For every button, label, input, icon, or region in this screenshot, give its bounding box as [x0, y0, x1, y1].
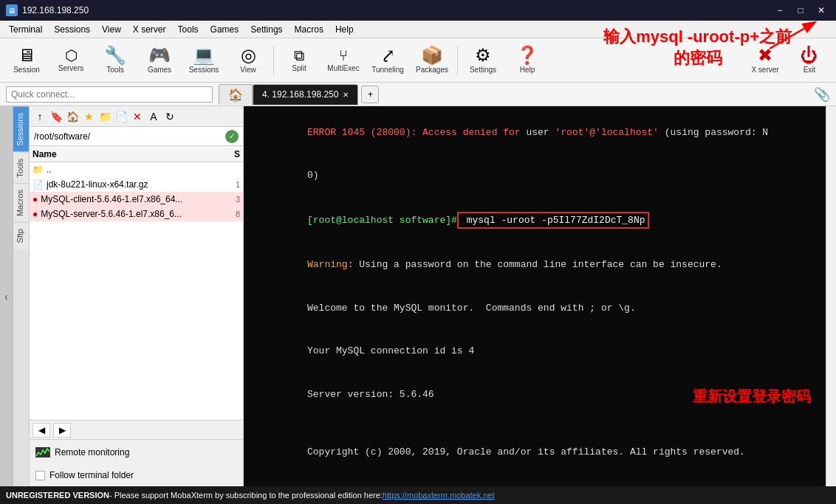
follow-folder-label: Follow terminal folder [49, 470, 134, 480]
term-line-warning: Warning: Using a password on the command… [250, 244, 820, 287]
multiexec-label: MultiExec [327, 64, 359, 72]
toolbar-xserver[interactable]: ✖ X server [744, 41, 786, 80]
folder-icon: 📁 [32, 165, 44, 175]
tools-icon: 🔧 [104, 46, 126, 64]
minimize-button[interactable]: − [771, 3, 789, 18]
address-ok-button[interactable]: ✓ [225, 130, 239, 143]
file-list-header: Name S [30, 146, 243, 162]
monitor-svg [35, 447, 50, 458]
toolbar-tunneling[interactable]: ⤤ Tunneling [367, 41, 408, 80]
panel-collapse-button[interactable]: ‹ [0, 106, 13, 486]
title-bar-text: 192.168.198.250 [22, 5, 771, 15]
app-icon: 🖥 [6, 4, 18, 16]
toolbar-view[interactable]: ◎ View [227, 41, 269, 80]
nav-prev[interactable]: ◀ [32, 423, 50, 438]
toolbar-servers[interactable]: ⬡ Servers [50, 41, 92, 80]
term-line-blank2 [250, 474, 820, 487]
file-panel: ↑ 🔖 🏠 ★ 📁 📄 ✕ A ↻ /root/software/ ✓ Name… [30, 106, 244, 486]
file-nav-bar: ◀ ▶ [30, 420, 243, 439]
file-name: .. [47, 165, 215, 175]
menu-terminal[interactable]: Terminal [3, 23, 48, 36]
menu-view[interactable]: View [96, 23, 127, 36]
toolbar-split[interactable]: ⧉ Split [278, 41, 320, 80]
toolbar-tools[interactable]: 🔧 Tools [95, 41, 136, 80]
status-bar: UNREGISTERED VERSION - Please support Mo… [0, 486, 836, 504]
follow-folder: Follow terminal folder [30, 464, 243, 486]
maximize-button[interactable]: □ [792, 3, 809, 18]
status-unregistered: UNREGISTERED VERSION [6, 491, 109, 500]
nav-next[interactable]: ▶ [53, 423, 71, 438]
tab-add-button[interactable]: + [361, 86, 379, 103]
right-scrollbar[interactable] [826, 106, 836, 486]
tunneling-icon: ⤤ [380, 46, 395, 64]
file-item-mysql-client[interactable]: ● MySQL-client-5.6.46-1.el7.x86_64... 3 [30, 192, 243, 207]
file-tb-star[interactable]: ★ [81, 109, 96, 124]
games-label: Games [148, 66, 171, 74]
menu-sessions[interactable]: Sessions [48, 23, 96, 36]
toolbar-help[interactable]: ❓ Help [507, 41, 548, 80]
toolbar-exit[interactable]: ⏻ Exit [789, 41, 830, 80]
menu-help[interactable]: Help [329, 23, 360, 36]
tab-close-terminal1[interactable]: ✕ [343, 91, 349, 99]
term-line-version: Server version: 5.6.46 [250, 373, 820, 416]
session-label: Session [13, 66, 40, 74]
address-bar: /root/software/ ✓ [30, 127, 243, 146]
close-button[interactable]: ✕ [812, 3, 830, 18]
quick-connect-input[interactable] [6, 86, 213, 103]
status-link[interactable]: https://mobaxterm.mobatek.net [383, 491, 495, 500]
file-item-parent[interactable]: 📁 .. [30, 162, 243, 177]
toolbar-session[interactable]: 🖥 Session [6, 41, 47, 80]
file-icon: ● [32, 209, 38, 219]
window-controls: − □ ✕ [771, 3, 830, 18]
menu-macros[interactable]: Macros [289, 23, 329, 36]
menu-games[interactable]: Games [205, 23, 245, 36]
term-line-connid: Your MySQL connection id is 4 [250, 330, 820, 373]
toolbar-sessions[interactable]: 💻 Sessions [183, 41, 225, 80]
toolbar-settings[interactable]: ⚙ Settings [462, 41, 504, 80]
file-size: 1 [218, 180, 240, 189]
terminal-panel[interactable]: ERROR 1045 (28000): Access denied for us… [244, 106, 826, 486]
help-label: Help [520, 66, 535, 74]
packages-icon: 📦 [421, 46, 443, 64]
file-name: jdk-8u221-linux-x64.tar.gz [47, 179, 215, 190]
vtab-macros[interactable]: Macros [13, 183, 29, 222]
term-line-error1045b: 0) [250, 154, 820, 198]
file-icon: ● [32, 194, 38, 204]
file-tb-text[interactable]: A [146, 109, 161, 124]
follow-folder-checkbox[interactable] [35, 471, 45, 480]
term-line-welcome: Welcome to the MySQL monitor. Commands e… [250, 286, 820, 330]
toolbar-multiexec[interactable]: ⑂ MultiExec [323, 41, 364, 80]
settings-icon: ⚙ [475, 46, 491, 64]
tab-home[interactable]: 🏠 [219, 84, 253, 105]
sessions-icon: 💻 [193, 46, 215, 64]
file-size: 3 [218, 195, 240, 204]
file-tb-up[interactable]: ↑ [32, 109, 47, 124]
help-icon: ❓ [516, 46, 538, 64]
toolbar-sep-1 [273, 46, 274, 75]
menu-settings[interactable]: Settings [244, 23, 288, 36]
vtab-sessions[interactable]: Sessions [13, 106, 29, 152]
file-tb-home[interactable]: 🏠 [65, 109, 80, 124]
vtab-sftp[interactable]: Sftp [13, 222, 29, 249]
term-line-mysql-cmd: [root@localhost software]# mysql -uroot … [250, 197, 820, 244]
file-tb-delete[interactable]: ✕ [130, 109, 145, 124]
file-tb-newfile[interactable]: 📄 [114, 109, 129, 124]
file-list: 📁 .. 📄 jdk-8u221-linux-x64.tar.gz 1 ● My… [30, 162, 243, 420]
tab-bar: 🏠 4. 192.168.198.250 ✕ + [219, 83, 830, 106]
sessions-label: Sessions [189, 66, 219, 74]
term-line-blank1 [250, 416, 820, 431]
file-tb-folder[interactable]: 📁 [97, 109, 112, 124]
file-tb-refresh[interactable]: ↻ [162, 109, 177, 124]
toolbar-packages[interactable]: 📦 Packages [411, 41, 453, 80]
file-item-jdk[interactable]: 📄 jdk-8u221-linux-x64.tar.gz 1 [30, 177, 243, 192]
attach-icon[interactable]: 📎 [814, 86, 830, 103]
file-tb-bookmark[interactable]: 🔖 [49, 109, 64, 124]
file-size: 8 [218, 210, 240, 218]
file-item-mysql-server[interactable]: ● MySQL-server-5.6.46-1.el7.x86_6... 8 [30, 207, 243, 221]
tab-terminal1[interactable]: 4. 192.168.198.250 ✕ [253, 84, 358, 105]
remote-monitoring[interactable]: Remote monitoring [30, 439, 243, 464]
toolbar-games[interactable]: 🎮 Games [139, 41, 180, 80]
menu-tools[interactable]: Tools [172, 23, 205, 36]
vtab-tools[interactable]: Tools [13, 152, 29, 184]
menu-xserver[interactable]: X server [127, 23, 172, 36]
